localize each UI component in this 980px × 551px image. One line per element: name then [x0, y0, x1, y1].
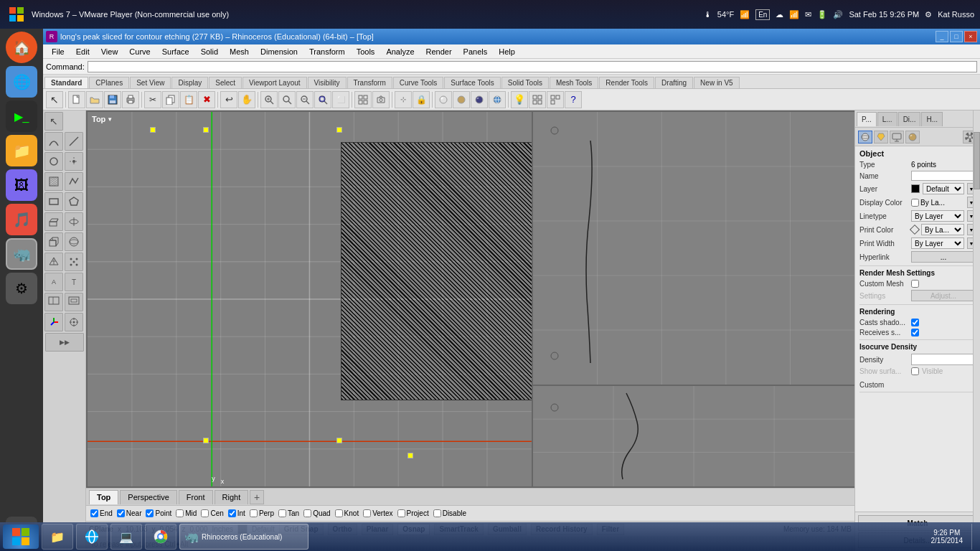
start-button[interactable] [3, 524, 39, 549]
save-btn[interactable] [104, 91, 121, 108]
revolve-tool[interactable] [65, 212, 83, 231]
taskbar-files[interactable]: 📁 [42, 524, 73, 550]
osnap-int-check[interactable] [228, 509, 236, 517]
extrude-tool[interactable] [44, 212, 63, 231]
props-tab-di[interactable]: Di... [898, 112, 921, 126]
osnap-vertex[interactable]: Vertex [363, 509, 392, 517]
vp-tab-front[interactable]: Front [179, 490, 213, 504]
osnap-int[interactable]: Int [228, 509, 245, 517]
print-width-select[interactable]: By Layer [911, 237, 964, 249]
osnap-point-check[interactable] [146, 509, 154, 517]
taskbar-app3[interactable]: 💻 [110, 524, 142, 550]
name-input[interactable] [911, 171, 980, 181]
tab-standard[interactable]: Standard [44, 77, 88, 88]
globe-btn[interactable] [489, 91, 506, 108]
tab-visibility[interactable]: Visibility [308, 77, 347, 88]
tab-cplanes[interactable]: CPlanes [89, 77, 129, 88]
osnap-end[interactable]: End [90, 509, 113, 517]
osnap-knot-check[interactable] [335, 509, 343, 517]
osnap-near-check[interactable] [117, 509, 125, 517]
top-viewport[interactable]: y x Top ▼ [88, 112, 532, 486]
help-btn[interactable]: ? [565, 91, 582, 108]
windows-logo[interactable] [6, 4, 27, 25]
right-bottom-viewport[interactable] [533, 386, 854, 486]
taskbar-clock-area[interactable]: 9:26 PM 2/15/2014 [925, 529, 969, 545]
tab-drafting[interactable]: Drafting [655, 77, 693, 88]
dock-icon-chrome[interactable]: 🌐 [6, 66, 37, 98]
menu-tools[interactable]: Tools [351, 46, 381, 57]
props-tab-l[interactable]: L... [877, 112, 897, 126]
menu-view[interactable]: View [95, 46, 124, 57]
select-tool-btn[interactable]: ↖ [46, 91, 63, 108]
dock-icon-photos[interactable]: 🖼 [6, 169, 37, 201]
copy-btn[interactable] [162, 91, 179, 108]
rect-tool[interactable] [44, 192, 63, 211]
right-panel-scrollbar[interactable] [973, 110, 980, 551]
pts-tool[interactable] [65, 253, 83, 271]
osnap-vertex-check[interactable] [363, 509, 371, 517]
props-tab-h[interactable]: H... [921, 112, 943, 126]
settings-icon[interactable]: ⚙ [925, 10, 932, 19]
menu-help[interactable]: Help [493, 46, 521, 57]
new-btn[interactable] [68, 91, 85, 108]
vp-tab-top[interactable]: Top [89, 490, 118, 504]
print-color-select[interactable]: By La... [921, 224, 964, 235]
cut-btn[interactable]: ✂ [144, 91, 161, 108]
osnap-quad-check[interactable] [303, 509, 311, 517]
menu-surface[interactable]: Surface [156, 46, 195, 57]
vp-tab-add[interactable]: + [250, 490, 264, 504]
osnap-cen-check[interactable] [201, 509, 209, 517]
osnap-tan-check[interactable] [278, 509, 286, 517]
dock-icon-home[interactable]: 🏠 [6, 32, 37, 63]
lock-btn[interactable]: 🔒 [413, 91, 430, 108]
hatch-tool[interactable] [44, 172, 63, 191]
casts-shadow-check[interactable] [911, 319, 919, 326]
material-ball-btn[interactable] [435, 91, 452, 108]
props-icon-sphere[interactable] [858, 131, 872, 143]
tab-curve-tools[interactable]: Curve Tools [393, 77, 444, 88]
taskbar-rhino-active[interactable]: 🦏 Rhinoceros (Educational) [179, 524, 308, 550]
osnap-disable-check[interactable] [433, 509, 441, 517]
tab-solid-tools[interactable]: Solid Tools [501, 77, 549, 88]
tab-display[interactable]: Display [171, 77, 208, 88]
menu-transform[interactable]: Transform [303, 46, 351, 57]
paste-btn[interactable]: 📋 [180, 91, 197, 108]
tab-new-v5[interactable]: New in V5 [694, 77, 740, 88]
tab-surface-tools[interactable]: Surface Tools [444, 77, 500, 88]
right-panel-scroll-thumb[interactable] [974, 132, 980, 189]
point-tool[interactable] [65, 152, 83, 171]
undo-btn[interactable]: ↩ [220, 91, 237, 108]
taskbar-show-desktop[interactable] [971, 524, 977, 550]
vp-tab-right[interactable]: Right [215, 490, 249, 504]
vp-tab-perspective[interactable]: Perspective [120, 490, 176, 504]
menu-file[interactable]: File [46, 46, 70, 57]
open-btn[interactable] [86, 91, 103, 108]
close-button[interactable]: × [964, 31, 977, 42]
osnap-perp[interactable]: Perp [250, 509, 274, 517]
right-top-viewport[interactable] [533, 112, 854, 385]
osnap-near[interactable]: Near [117, 509, 142, 517]
osnap-project[interactable]: Project [397, 509, 429, 517]
mesh-tool[interactable] [44, 253, 63, 271]
grid-snap-icon-btn[interactable] [529, 91, 546, 108]
snap-pts-btn[interactable] [547, 91, 564, 108]
osnap-project-check[interactable] [397, 509, 405, 517]
snap-tool[interactable] [65, 313, 83, 331]
polygon-tool[interactable] [65, 192, 83, 211]
menu-render[interactable]: Render [420, 46, 458, 57]
top-viewport-arrow[interactable]: ▼ [107, 116, 113, 123]
layer-select[interactable]: Default [923, 183, 964, 194]
menu-analyze[interactable]: Analyze [380, 46, 420, 57]
maximize-button[interactable]: □ [950, 31, 963, 42]
adjust-btn[interactable]: Adjust... [911, 290, 976, 301]
linetype-select[interactable]: By Layer [911, 210, 964, 222]
text-tool[interactable]: T [65, 273, 83, 291]
tab-mesh-tools[interactable]: Mesh Tools [550, 77, 598, 88]
more-tools-btn[interactable]: ▶▶ [45, 333, 84, 352]
osnap-cen[interactable]: Cen [201, 509, 223, 517]
zoom-ext-btn[interactable] [260, 91, 278, 108]
box-tool[interactable] [44, 232, 63, 251]
osnap-mid-check[interactable] [176, 509, 184, 517]
menu-curve[interactable]: Curve [123, 46, 156, 57]
dock-icon-music[interactable]: 🎵 [6, 204, 37, 235]
